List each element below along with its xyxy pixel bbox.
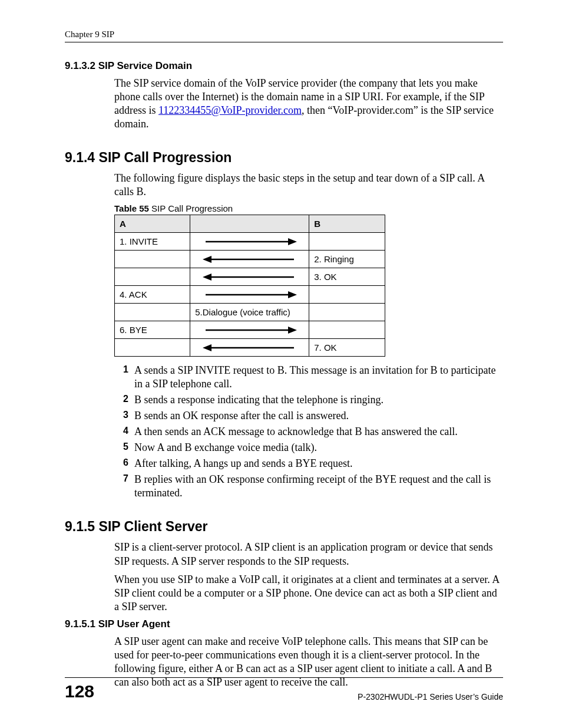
heading-9-1-5-1: 9.1.5.1 SIP User Agent	[65, 618, 503, 630]
step-number: 7	[114, 473, 128, 500]
list-item: 5Now A and B exchange voice media (talk)…	[114, 441, 503, 454]
cell-arrow: 5.Dialogue (voice traffic)	[190, 304, 309, 321]
table-row: 3. OK	[115, 268, 385, 286]
cell-a: 1. INVITE	[115, 233, 190, 251]
step-number: 5	[114, 441, 128, 454]
step-number: 6	[114, 457, 128, 470]
table-row: 1. INVITE	[115, 233, 385, 251]
list-item: 4A then sends an ACK message to acknowle…	[114, 425, 503, 439]
col-a: A	[115, 215, 190, 233]
cell-arrow	[190, 233, 309, 251]
table-header-row: A B	[115, 215, 385, 233]
table-title: SIP Call Progression	[149, 203, 233, 213]
table-row: 5.Dialogue (voice traffic)	[115, 304, 385, 321]
step-text: B sends an OK response after the call is…	[134, 409, 503, 423]
svg-marker-1	[288, 238, 297, 245]
page: Chapter 9 SIP 9.1.3.2 SIP Service Domain…	[0, 0, 562, 728]
cell-b: 2. Ringing	[309, 251, 385, 268]
cell-a	[115, 251, 190, 268]
cell-b: 3. OK	[309, 268, 385, 286]
cell-a	[115, 268, 190, 286]
cell-a	[115, 339, 190, 357]
list-item: 2B sends a response indicating that the …	[114, 393, 503, 407]
heading-9-1-5: 9.1.5 SIP Client Server	[65, 519, 503, 535]
arrow-left-icon	[200, 255, 300, 264]
table-row: 6. BYE	[115, 321, 385, 339]
list-item: 7B replies with an OK response confirmin…	[114, 473, 503, 500]
svg-marker-9	[288, 327, 297, 334]
cell-b	[309, 321, 385, 339]
cell-b: 7. OK	[309, 339, 385, 357]
step-number: 4	[114, 425, 128, 439]
col-arrow	[190, 215, 309, 233]
cell-a: 4. ACK	[115, 286, 190, 304]
step-text: Now A and B exchange voice media (talk).	[134, 441, 503, 454]
page-footer: 128 P-2302HWUDL-P1 Series User’s Guide	[65, 677, 503, 701]
step-text: After talking, A hangs up and sends a BY…	[134, 457, 503, 470]
guide-name: P-2302HWUDL-P1 Series User’s Guide	[358, 692, 503, 701]
cell-b	[309, 304, 385, 321]
footer-rule	[65, 677, 503, 678]
table-sip-progression: A B 1. INVITE2. Ringing3. OK4. ACK5.Dial…	[114, 215, 385, 357]
page-number: 128	[65, 681, 94, 701]
heading-9-1-4: 9.1.4 SIP Call Progression	[65, 150, 503, 166]
cell-a	[115, 304, 190, 321]
para-915-1: SIP is a client-server protocol. A SIP c…	[114, 541, 503, 568]
list-item: 6After talking, A hangs up and sends a B…	[114, 457, 503, 470]
svg-marker-5	[203, 274, 211, 281]
step-text: A sends a SIP INVITE request to B. This …	[134, 364, 503, 391]
cell-arrow	[190, 321, 309, 339]
table-row: 2. Ringing	[115, 251, 385, 268]
svg-marker-7	[288, 291, 297, 298]
list-item: 1A sends a SIP INVITE request to B. This…	[114, 364, 503, 391]
steps-list: 1A sends a SIP INVITE request to B. This…	[114, 364, 503, 500]
cell-arrow	[190, 286, 309, 304]
list-item: 3B sends an OK response after the call i…	[114, 409, 503, 423]
body-9-1-5: SIP is a client-server protocol. A SIP c…	[114, 541, 503, 613]
cell-b	[309, 233, 385, 251]
body-9-1-4: The following figure displays the basic …	[114, 172, 503, 500]
arrow-right-icon	[200, 325, 300, 335]
table-row: 7. OK	[115, 339, 385, 357]
cell-arrow	[190, 251, 309, 268]
cell-b	[309, 286, 385, 304]
para-sip-domain: The SIP service domain of the VoIP servi…	[114, 77, 503, 131]
para-intro-914: The following figure displays the basic …	[114, 172, 503, 199]
step-number: 2	[114, 393, 128, 407]
step-text: A then sends an ACK message to acknowled…	[134, 425, 503, 439]
cell-a: 6. BYE	[115, 321, 190, 339]
table-row: 4. ACK	[115, 286, 385, 304]
table-caption: Table 55 SIP Call Progression	[114, 203, 503, 213]
table-number: Table 55	[114, 203, 149, 213]
svg-marker-3	[203, 256, 211, 263]
cell-arrow	[190, 268, 309, 286]
arrow-right-icon	[200, 237, 300, 246]
step-number: 3	[114, 409, 128, 423]
heading-9-1-3-2: 9.1.3.2 SIP Service Domain	[65, 60, 503, 72]
step-text: B sends a response indicating that the t…	[134, 393, 503, 407]
para-915-2: When you use SIP to make a VoIP call, it…	[114, 573, 503, 614]
link-sip-address[interactable]: 1122334455@VoIP-provider.com	[158, 104, 302, 116]
step-text: B replies with an OK response confirming…	[134, 473, 503, 500]
body-9-1-3-2: The SIP service domain of the VoIP servi…	[114, 77, 503, 131]
arrow-left-icon	[200, 272, 300, 282]
running-header: Chapter 9 SIP	[65, 29, 503, 39]
step-number: 1	[114, 364, 128, 391]
header-rule	[65, 42, 503, 42]
col-b: B	[309, 215, 385, 233]
arrow-right-icon	[200, 290, 300, 299]
arrow-left-icon	[200, 343, 300, 353]
svg-marker-11	[203, 344, 211, 351]
cell-arrow	[190, 339, 309, 357]
